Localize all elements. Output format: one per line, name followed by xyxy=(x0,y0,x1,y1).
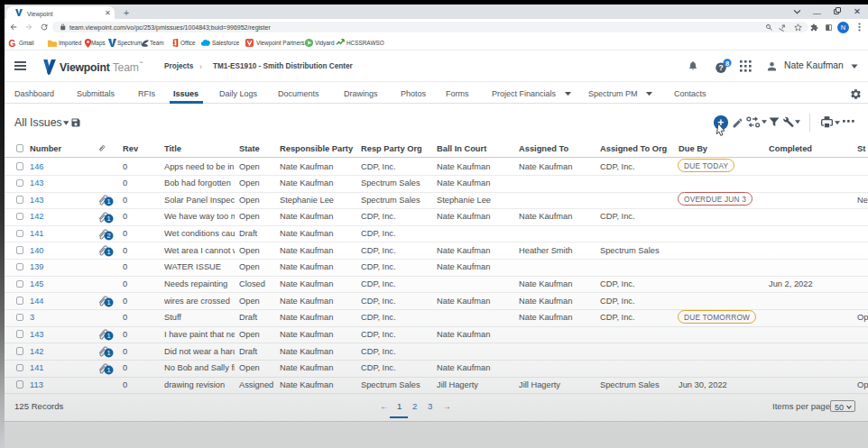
svg-text:8: 8 xyxy=(725,59,728,67)
svg-text:1: 1 xyxy=(106,366,110,374)
svg-text:?: ? xyxy=(718,63,723,72)
svg-text:1: 1 xyxy=(106,249,110,257)
svg-text:1: 1 xyxy=(106,333,110,341)
svg-text:1: 1 xyxy=(106,298,110,306)
svg-text:G: G xyxy=(9,38,16,47)
svg-text:1: 1 xyxy=(106,215,110,223)
svg-text:2: 2 xyxy=(106,232,110,240)
svg-text:1: 1 xyxy=(106,198,110,206)
svg-text:1: 1 xyxy=(106,349,110,357)
